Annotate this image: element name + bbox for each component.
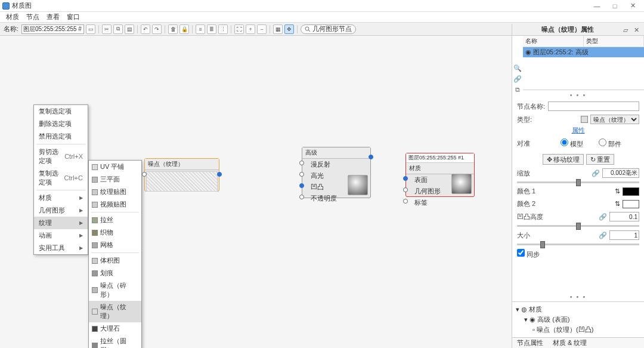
radio-part[interactable]: 部件	[599, 138, 627, 149]
node-name-input[interactable]	[548, 101, 639, 111]
reset-button[interactable]: ↻重置	[586, 154, 614, 165]
scale-slider[interactable]	[517, 181, 639, 183]
list-item[interactable]: ◉ 图层05:255:2: 高级	[523, 47, 644, 57]
swap-icon[interactable]: ⇅	[615, 187, 620, 195]
tool-paste-icon[interactable]: ▤	[125, 24, 134, 34]
ctx-animation[interactable]: 动画▶	[34, 229, 88, 242]
tool-lock-icon[interactable]: 🔒	[179, 24, 189, 34]
tool-zoom-in-icon[interactable]: +	[246, 24, 255, 34]
panel-close-icon[interactable]: ✕	[634, 26, 641, 33]
sub-triplanar[interactable]: 三平面	[89, 173, 141, 186]
menu-view[interactable]: 查看	[43, 13, 63, 21]
tool-distribute-icon[interactable]: ⋮	[218, 24, 228, 34]
port-out[interactable]	[369, 155, 373, 159]
sub-brushed-round[interactable]: 拉丝（圆形）	[89, 335, 141, 348]
link-icon[interactable]: 🔗	[592, 170, 600, 177]
sub-texture-map[interactable]: 纹理贴图	[89, 186, 141, 198]
tool-grid-icon[interactable]: ▦	[273, 24, 283, 34]
color2-swatch[interactable]	[623, 200, 639, 208]
ctx-utility[interactable]: 实用工具▶	[34, 242, 88, 254]
material-list[interactable]: ◉ 图层05:255:2: 高级	[523, 47, 644, 90]
sub-volume[interactable]: 体积图	[89, 254, 141, 267]
ctx-copy-selection[interactable]: 复制选定项	[34, 105, 88, 118]
port-out[interactable]	[217, 172, 222, 177]
name-input[interactable]	[21, 24, 84, 34]
menu-node[interactable]: 节点	[23, 13, 43, 21]
close-button[interactable]: ✕	[624, 2, 642, 10]
tool-zoom-out-icon[interactable]: −	[257, 24, 267, 34]
ctx-disable-selection[interactable]: 禁用选定项	[34, 130, 88, 143]
scale-input[interactable]	[602, 168, 639, 178]
radio-model[interactable]: 模型	[561, 138, 589, 149]
tool-save-icon[interactable]: ▭	[86, 24, 95, 34]
node-title: 材质	[406, 163, 474, 174]
move-icon: ✥	[547, 156, 552, 164]
sync-checkbox[interactable]: 同步	[517, 249, 546, 259]
port-diffuse[interactable]: 漫反射	[302, 159, 370, 170]
ctx-material[interactable]: 材质▶	[34, 192, 88, 204]
sub-marble[interactable]: 大理石	[89, 322, 141, 335]
sub-noise-fractal[interactable]: 噪点（碎形）	[89, 279, 141, 301]
side-link-icon[interactable]: 🔗	[513, 75, 522, 84]
ctx-geometry[interactable]: 几何图形▶	[34, 204, 88, 217]
material-preview-icon	[348, 175, 368, 195]
window-title: 材质图	[12, 1, 32, 10]
sub-fabric[interactable]: 织物	[89, 226, 141, 239]
node-advanced[interactable]: 高级 漫反射 高光 凹凸 不透明度	[302, 147, 371, 198]
panel-splitter[interactable]: • • •	[512, 292, 644, 301]
tool-undo-icon[interactable]: ↶	[141, 24, 150, 34]
panel-splitter[interactable]: • • •	[512, 90, 644, 100]
swap-icon[interactable]: ⇅	[615, 200, 620, 208]
maximize-button[interactable]: □	[606, 2, 624, 10]
tool-zoom-fit-icon[interactable]: ⛶	[234, 24, 244, 34]
tab-attributes[interactable]: 属性	[572, 127, 585, 134]
node-material[interactable]: 图层05:255:255:255 #1 材质 表面 几何图形 标签	[405, 153, 475, 197]
context-menu: 复制选定项 删除选定项 禁用选定项 剪切选定项Ctrl+X 复制选定项Ctrl+…	[33, 104, 88, 255]
tree-node-material[interactable]: ▾ ◍ 材质	[516, 304, 640, 315]
tree-node-noise[interactable]: ▫ 噪点（纹理）(凹凸)	[516, 325, 640, 335]
sub-brushed[interactable]: 拉丝	[89, 214, 141, 226]
move-texture-button[interactable]: ✥移动纹理	[543, 154, 584, 165]
bump-slider[interactable]	[517, 225, 639, 227]
tool-redo-icon[interactable]: ↷	[152, 24, 162, 34]
menu-material[interactable]: 材质	[2, 13, 23, 21]
port-label[interactable]: 标签	[406, 197, 474, 208]
link-icon[interactable]: 🔗	[599, 213, 607, 221]
tool-delete-icon[interactable]: 🗑	[168, 24, 178, 34]
tab-node-props[interactable]: 节点属性	[512, 338, 548, 347]
type-select[interactable]: 噪点（纹理）	[590, 115, 639, 124]
sub-mesh[interactable]: 网格	[89, 239, 141, 251]
tree-node-advanced[interactable]: ▾ ◉ 高级 (表面)	[516, 315, 640, 325]
tool-cut-icon[interactable]: ✂	[102, 24, 112, 34]
link-icon[interactable]: 🔗	[599, 232, 607, 239]
reset-icon: ↻	[590, 156, 596, 164]
material-tree[interactable]: ▾ ◍ 材质 ▾ ◉ 高级 (表面) ▫ 噪点（纹理）(凹凸)	[512, 301, 644, 338]
ctx-copy[interactable]: 复制选定项Ctrl+C	[34, 167, 88, 189]
tool-snap-icon[interactable]: ✥	[284, 24, 294, 34]
minimize-button[interactable]: —	[588, 2, 606, 10]
tab-materials-textures[interactable]: 材质 & 纹理	[548, 338, 592, 347]
node-search[interactable]: 几何图形节点	[301, 24, 356, 34]
sub-noise-texture[interactable]: 噪点（纹理）	[89, 301, 141, 322]
bump-input[interactable]	[609, 212, 639, 221]
tool-align-right-icon[interactable]: ≣	[207, 24, 216, 34]
node-noise-texture[interactable]: 噪点（纹理）	[144, 158, 219, 192]
ctx-texture[interactable]: 纹理▶	[34, 217, 88, 229]
name-label: 名称:	[4, 24, 18, 33]
menu-window[interactable]: 窗口	[63, 13, 83, 21]
tool-align-left-icon[interactable]: ≡	[196, 24, 205, 34]
size-input[interactable]	[609, 230, 639, 240]
sub-video-map[interactable]: 视频贴图	[89, 198, 141, 211]
sub-uv-tile[interactable]: UV 平铺	[89, 161, 141, 173]
port-in[interactable]	[142, 172, 147, 177]
side-search-icon[interactable]: 🔍	[513, 64, 522, 73]
side-copy-icon[interactable]: ⧉	[513, 86, 522, 94]
sub-scratch[interactable]: 划痕	[89, 267, 141, 279]
color1-swatch[interactable]	[623, 187, 639, 196]
node-canvas[interactable]: 复制选定项 删除选定项 禁用选定项 剪切选定项Ctrl+X 复制选定项Ctrl+…	[0, 36, 512, 348]
tool-copy-icon[interactable]: ⧉	[113, 24, 123, 34]
ctx-cut[interactable]: 剪切选定项Ctrl+X	[34, 146, 88, 167]
panel-undock-icon[interactable]: ▱	[623, 26, 630, 33]
ctx-delete-selection[interactable]: 删除选定项	[34, 118, 88, 130]
size-slider[interactable]	[517, 244, 639, 245]
